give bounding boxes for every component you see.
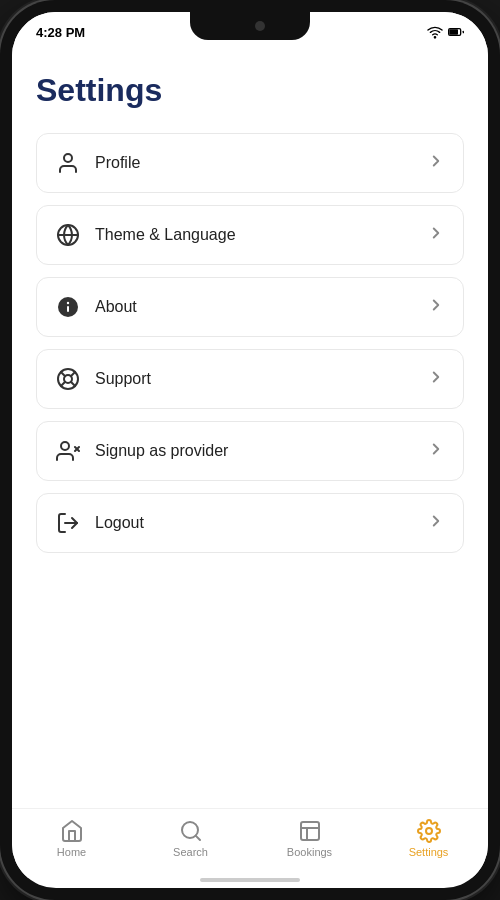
support-label: Support	[95, 370, 151, 388]
svg-line-13	[71, 382, 75, 386]
svg-rect-9	[67, 306, 69, 312]
info-icon	[55, 294, 81, 320]
theme-language-label: Theme & Language	[95, 226, 236, 244]
phone-frame: 4:28 PM Settings	[0, 0, 500, 900]
settings-item-profile[interactable]: Profile	[36, 133, 464, 193]
about-label: About	[95, 298, 137, 316]
settings-item-support-left: Support	[55, 366, 151, 392]
page-title: Settings	[36, 72, 464, 109]
svg-line-12	[61, 372, 65, 376]
home-indicator	[200, 878, 300, 882]
svg-rect-22	[301, 822, 319, 840]
globe-icon	[55, 222, 81, 248]
settings-icon	[417, 819, 441, 843]
home-icon	[60, 819, 84, 843]
support-icon	[55, 366, 81, 392]
status-icons	[427, 24, 464, 40]
search-icon	[179, 819, 203, 843]
settings-item-theme-language[interactable]: Theme & Language	[36, 205, 464, 265]
bookings-nav-label: Bookings	[287, 846, 332, 858]
svg-line-15	[61, 382, 65, 386]
svg-point-4	[64, 154, 72, 162]
nav-item-search[interactable]: Search	[161, 819, 221, 858]
settings-nav-label: Settings	[409, 846, 449, 858]
settings-item-signup-left: Signup as provider	[55, 438, 228, 464]
home-nav-label: Home	[57, 846, 86, 858]
svg-point-0	[434, 37, 435, 38]
svg-point-16	[61, 442, 69, 450]
nav-item-settings[interactable]: Settings	[399, 819, 459, 858]
profile-label: Profile	[95, 154, 140, 172]
provider-icon	[55, 438, 81, 464]
settings-item-logout-left: Logout	[55, 510, 144, 536]
support-chevron-icon	[427, 368, 445, 390]
bookings-icon	[298, 819, 322, 843]
main-content: Settings Profile	[12, 44, 488, 808]
settings-item-about-left: About	[55, 294, 137, 320]
person-icon	[55, 150, 81, 176]
settings-item-about[interactable]: About	[36, 277, 464, 337]
theme-chevron-icon	[427, 224, 445, 246]
notch-camera	[255, 21, 265, 31]
signup-provider-label: Signup as provider	[95, 442, 228, 460]
about-chevron-icon	[427, 296, 445, 318]
search-nav-label: Search	[173, 846, 208, 858]
logout-icon	[55, 510, 81, 536]
nav-item-home[interactable]: Home	[42, 819, 102, 858]
battery-icon	[448, 24, 464, 40]
svg-line-14	[71, 372, 75, 376]
settings-item-support[interactable]: Support	[36, 349, 464, 409]
settings-list: Profile	[36, 133, 464, 553]
status-time: 4:28 PM	[36, 25, 85, 40]
settings-item-theme-left: Theme & Language	[55, 222, 236, 248]
notch	[190, 12, 310, 40]
svg-point-25	[426, 828, 432, 834]
settings-item-signup-provider[interactable]: Signup as provider	[36, 421, 464, 481]
logout-label: Logout	[95, 514, 144, 532]
bottom-nav: Home Search	[12, 808, 488, 878]
wifi-icon	[427, 24, 443, 40]
nav-item-bookings[interactable]: Bookings	[280, 819, 340, 858]
profile-chevron-icon	[427, 152, 445, 174]
svg-line-21	[195, 836, 199, 840]
signup-chevron-icon	[427, 440, 445, 462]
logout-chevron-icon	[427, 512, 445, 534]
svg-point-8	[67, 302, 69, 304]
svg-rect-3	[449, 29, 458, 34]
settings-item-profile-left: Profile	[55, 150, 140, 176]
phone-screen: 4:28 PM Settings	[12, 12, 488, 888]
settings-item-logout[interactable]: Logout	[36, 493, 464, 553]
